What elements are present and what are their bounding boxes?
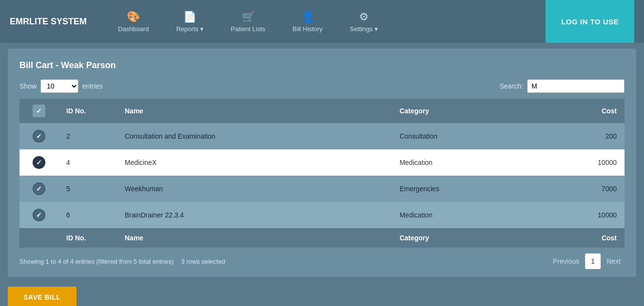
tf-name: Name: [117, 228, 392, 248]
previous-button[interactable]: Previous: [549, 255, 583, 267]
nav-patient-lists-label: Patient Lists: [231, 25, 265, 33]
save-area: SAVE BILL: [0, 283, 644, 306]
row-name: MedicineX: [117, 149, 392, 176]
row-cost: 10000: [535, 202, 625, 228]
table-footer: Showing 1 to 4 of 4 entries (filtered fr…: [19, 253, 625, 269]
th-id: ID No.: [58, 99, 117, 123]
showing-info: Showing 1 to 4 of 4 entries (filtered fr…: [19, 257, 225, 266]
row-checkbox-cell: ✓: [19, 202, 58, 228]
tf-cost: Cost: [535, 228, 625, 248]
row-checkbox[interactable]: ✓: [33, 156, 45, 169]
search-area: Search:: [500, 79, 625, 93]
search-input[interactable]: [527, 79, 625, 93]
main-content: Bill Cart - Weak Parson Show 10 25 50 10…: [8, 49, 636, 277]
row-name: BrainDrainer 22.3.4: [117, 202, 392, 228]
search-label: Search:: [500, 82, 523, 90]
showing-text: Showing 1 to 4 of 4 entries (filtered fr…: [19, 258, 174, 265]
login-button[interactable]: LOG IN TO USE: [546, 0, 634, 43]
nav-bill-history[interactable]: 👤 Bill History: [281, 7, 334, 36]
nav-items: 🎨 Dashboard 📄 Reports ▾ 🛒 Patient Lists …: [106, 7, 546, 36]
row-checkbox[interactable]: ✓: [33, 130, 45, 143]
show-label: Show: [19, 82, 37, 90]
row-cost: 200: [535, 123, 625, 149]
th-category: Category: [392, 99, 535, 123]
tf-category: Category: [392, 228, 535, 248]
table-row: ✓4MedicineXMedication10000: [19, 149, 625, 176]
bill-history-icon: 👤: [301, 11, 314, 23]
row-checkbox-cell: ✓: [19, 149, 58, 176]
nav-reports[interactable]: 📄 Reports ▾: [165, 7, 215, 36]
save-bill-button[interactable]: SAVE BILL: [8, 287, 76, 306]
nav-settings-label: Settings ▾: [350, 25, 378, 33]
table-controls: Show 10 25 50 100 entries Search:: [19, 79, 625, 93]
row-category: Medication: [392, 202, 535, 228]
tf-id: ID No.: [58, 228, 117, 248]
nav-dashboard[interactable]: 🎨 Dashboard: [106, 7, 161, 36]
row-checkbox[interactable]: ✓: [33, 182, 45, 195]
dashboard-icon: 🎨: [127, 11, 140, 23]
th-cost: Cost: [535, 99, 625, 123]
row-name: Weekhuman: [117, 176, 392, 202]
table-row: ✓5WeekhumanEmergencies7000: [19, 176, 625, 202]
reports-icon: 📄: [183, 11, 196, 23]
row-checkbox-cell: ✓: [19, 123, 58, 149]
selected-text: 3 rows selected: [176, 258, 225, 265]
row-checkbox[interactable]: ✓: [33, 209, 45, 221]
entries-label: entries: [82, 82, 103, 90]
nav-reports-label: Reports ▾: [176, 25, 204, 33]
settings-icon: ⚙: [359, 11, 369, 23]
row-cost: 7000: [535, 176, 625, 202]
row-id: 4: [58, 149, 117, 176]
th-checkbox: ✓: [19, 99, 58, 123]
row-id: 2: [58, 123, 117, 149]
nav-dashboard-label: Dashboard: [118, 25, 149, 33]
th-name: Name: [117, 99, 392, 123]
entries-select[interactable]: 10 25 50 100: [40, 79, 78, 93]
next-button[interactable]: Next: [603, 255, 625, 267]
row-name: Consultation and Examination: [117, 123, 392, 149]
row-category: Consultation: [392, 123, 535, 149]
table-header-row: ✓ ID No. Name Category Cost: [19, 99, 625, 123]
header-checkbox[interactable]: ✓: [33, 105, 45, 117]
table-row: ✓2Consultation and ExaminationConsultati…: [19, 123, 625, 149]
row-id: 5: [58, 176, 117, 202]
show-entries-control: Show 10 25 50 100 entries: [19, 79, 103, 93]
tf-checkbox: [19, 228, 58, 248]
row-cost: 10000: [535, 149, 625, 176]
nav-settings[interactable]: ⚙ Settings ▾: [338, 7, 390, 36]
row-checkbox-cell: ✓: [19, 176, 58, 202]
brand-name: EMRLITE SYSTEM: [10, 17, 87, 27]
bill-table: ✓ ID No. Name Category Cost ✓2Consultati…: [19, 99, 625, 248]
patient-lists-icon: 🛒: [242, 11, 255, 23]
navbar: EMRLITE SYSTEM 🎨 Dashboard 📄 Reports ▾ 🛒…: [0, 0, 644, 43]
page-number[interactable]: 1: [585, 253, 601, 269]
pagination: Previous 1 Next: [549, 253, 625, 269]
row-category: Medication: [392, 149, 535, 176]
nav-patient-lists[interactable]: 🛒 Patient Lists: [219, 7, 277, 36]
table-row: ✓6BrainDrainer 22.3.4Medication10000: [19, 202, 625, 228]
table-footer-row: ID No. Name Category Cost: [19, 228, 625, 248]
page-title: Bill Cart - Weak Parson: [19, 60, 625, 71]
row-category: Emergencies: [392, 176, 535, 202]
nav-bill-history-label: Bill History: [293, 25, 322, 33]
row-id: 6: [58, 202, 117, 228]
